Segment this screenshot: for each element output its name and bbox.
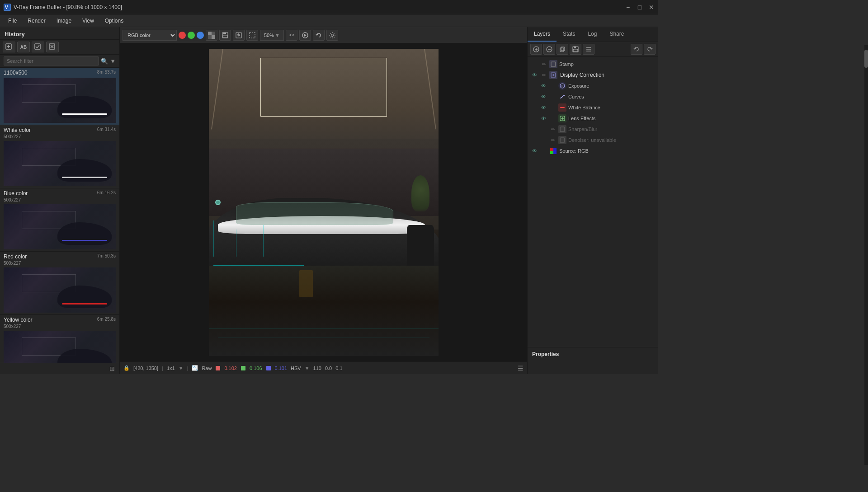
undo-button[interactable] [631,44,642,55]
svg-rect-27 [560,48,564,52]
svg-rect-28 [561,47,565,51]
viewport-toolbar: RGB color Alpha Luminance [120,27,527,43]
blue-channel-dot[interactable] [197,32,204,39]
red-channel-dot[interactable] [179,32,186,39]
close-button[interactable]: ✕ [648,4,655,10]
history-clear-button[interactable] [46,42,59,52]
tab-layers[interactable]: Layers [528,27,557,42]
history-item-2[interactable]: Blue color 6m 16.2s 500x227 [0,188,119,252]
history-add-button[interactable] [3,42,15,52]
lens-effects-label: Lens Effects [568,116,656,121]
svg-rect-31 [573,49,578,52]
settings-render-button[interactable] [326,30,338,41]
history-thumb-0 [4,78,116,123]
sharpen-blur-pencil[interactable]: ✏ [549,126,557,133]
exposure-eye[interactable]: 👁 [539,82,547,90]
layer-sharpen-blur[interactable]: ✏ Sharpen/Blur [537,124,658,135]
layer-stamp[interactable]: ✏ Stamp [528,59,658,70]
history-bottom-icon[interactable]: ⊞ [108,364,117,373]
properties-title: Properties [532,351,654,357]
menu-file[interactable]: File [4,17,21,25]
tab-log[interactable]: Log [581,27,603,42]
menu-image[interactable]: Image [52,17,76,25]
lens-effects-eye[interactable]: 👁 [539,114,547,122]
zoom-more-button[interactable]: >> [286,30,297,41]
region-button[interactable] [246,30,258,41]
title-bar-left: V V-Ray Frame Buffer - [90.8% of 1000 x … [4,4,122,11]
undo-render-button[interactable] [313,30,325,41]
white-balance-eye[interactable]: 👁 [539,103,547,112]
val-value: 0.1 [335,365,342,371]
display-correction-icon [549,71,557,79]
history-item-size-1: 500x227 [0,134,119,140]
stamp-eye[interactable] [530,60,538,68]
denoiser-eye[interactable] [539,136,547,144]
hsv-arrow: ▼ [305,365,310,371]
history-item-name-2: Blue color [4,190,28,197]
exposure-icon: i [558,82,566,90]
pixel-coords: [420, 1358] [133,365,158,371]
layer-denoiser[interactable]: ✏ Denoiser: unavailable [537,135,658,145]
add-layer-button[interactable] [530,44,542,55]
pixel-b-value: 0.101 [275,365,288,371]
pixel-r-value: 0.102 [224,365,237,371]
list-view-button[interactable] [583,44,594,55]
white-balance-label: White Balance [568,105,656,110]
delete-layer-button[interactable] [543,44,555,55]
history-thumb-1 [4,141,116,186]
layer-curves[interactable]: 👁 Curves [537,91,658,102]
color-mode-select[interactable]: RGB color Alpha Luminance [123,30,177,41]
history-search: 🔍 ▼ [0,55,119,68]
denoiser-label: Denoiser: unavailable [568,137,656,143]
denoiser-pencil[interactable]: ✏ [549,136,557,144]
maximize-button[interactable]: □ [637,4,643,10]
history-ab-button[interactable]: AB [17,42,30,52]
render-button[interactable] [299,30,311,41]
minimize-button[interactable]: − [625,4,631,10]
display-correction-label: Display Correction [560,72,656,78]
history-check-button[interactable] [32,42,44,52]
display-correction-pencil[interactable]: ✏ [540,71,547,79]
display-correction-eye[interactable]: 👁 [530,71,538,79]
save-layer-button[interactable] [570,44,581,55]
history-item-1[interactable]: White color 6m 31.4s 500x227 [0,125,119,188]
exposure-pencil [549,82,557,89]
curves-pencil [549,93,557,100]
redo-button[interactable] [644,44,656,55]
layer-lens-effects[interactable]: 👁 Lens Effects [537,113,658,124]
export-button[interactable] [233,30,245,41]
svg-rect-15 [223,35,227,37]
raw-dot-r [216,366,220,370]
svg-point-21 [331,34,333,36]
history-search-input[interactable] [4,56,99,66]
menu-options[interactable]: Options [100,17,128,25]
layer-exposure[interactable]: 👁 i Exposure [537,80,658,91]
history-item-3[interactable]: Red color 7m 50.3s 500x227 [0,252,119,315]
svg-rect-35 [551,62,556,66]
layer-source-rgb[interactable]: 👁 Source: RGB [528,145,658,156]
source-rgb-eye[interactable]: 👁 [530,147,538,155]
history-item-name-0: 1100x500 [4,70,28,76]
tab-stats[interactable]: Stats [557,27,581,42]
tab-share[interactable]: Share [603,27,630,42]
properties-section: Properties [528,347,658,374]
curves-eye[interactable]: 👁 [539,93,547,101]
color-model-label: HSV [291,365,301,371]
history-item-0[interactable]: 1100x500 8m 53.7s [0,68,119,125]
status-separator-1: | [162,365,163,371]
checkerboard-button[interactable] [206,30,217,41]
menu-render[interactable]: Render [23,17,50,25]
menu-view[interactable]: View [78,17,99,25]
duplicate-layer-button[interactable] [557,44,568,55]
stamp-pencil[interactable]: ✏ [540,61,547,68]
svg-rect-49 [550,151,553,154]
history-item-4[interactable]: Yellow color 6m 25.8s 500x227 [0,315,119,363]
layer-white-balance[interactable]: 👁 White Balance [537,102,658,113]
save-image-button[interactable] [219,30,231,41]
sharpen-blur-eye[interactable] [539,125,547,133]
green-channel-dot[interactable] [188,32,195,39]
sharpen-blur-label: Sharpen/Blur [568,127,656,132]
stamp-icon [549,60,557,68]
layer-display-correction[interactable]: 👁 ✏ Display Correction [528,70,658,80]
status-settings-icon[interactable]: ☰ [518,365,524,372]
